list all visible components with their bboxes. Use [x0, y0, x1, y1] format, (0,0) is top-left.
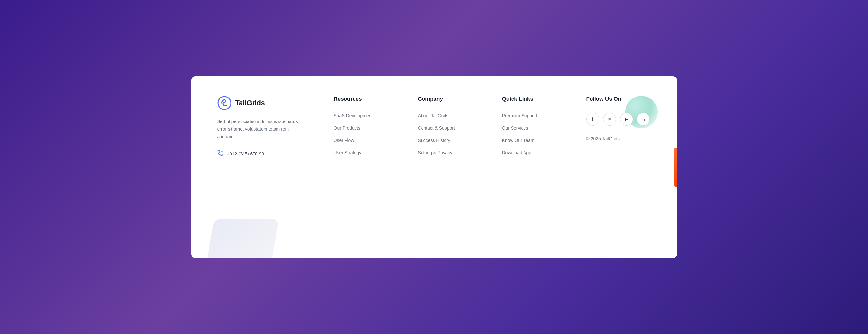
youtube-button[interactable]: ▶: [620, 113, 633, 126]
setting-privacy-link[interactable]: Setting & Privacy: [418, 150, 453, 155]
company-list: About TailGrids Contact & Support Succes…: [418, 113, 483, 155]
youtube-icon: ▶: [625, 117, 628, 121]
footer-card: TailGrids Sed ut perspiciatis undmnis is…: [191, 77, 677, 258]
resources-heading: Resources: [334, 96, 399, 102]
resources-column: Resources SaaS Development Our Products …: [334, 96, 399, 158]
success-history-link[interactable]: Success History: [418, 138, 451, 143]
list-item: User Strategy: [334, 150, 399, 155]
contact-support-link[interactable]: Contact & Support: [418, 125, 455, 130]
saas-dev-link[interactable]: SaaS Development: [334, 113, 373, 118]
list-item: SaaS Development: [334, 113, 399, 119]
phone-container: +012 (345) 678 99: [217, 150, 308, 158]
premium-support-link[interactable]: Premium Support: [502, 113, 537, 118]
logo-text: TailGrids: [236, 99, 265, 107]
company-heading: Company: [418, 96, 483, 102]
list-item: Our Services: [502, 125, 567, 131]
company-column: Company About TailGrids Contact & Suppor…: [418, 96, 483, 158]
brand-section: TailGrids Sed ut perspiciatis undmnis is…: [217, 96, 308, 158]
twitter-icon: ✕: [608, 117, 611, 121]
list-item: Our Products: [334, 125, 399, 131]
phone-icon: [217, 150, 224, 158]
linkedin-button[interactable]: in: [637, 113, 650, 126]
phone-number: +012 (345) 678 99: [227, 151, 264, 156]
copyright-text: © 2025 TailGrids: [586, 136, 651, 141]
download-app-link[interactable]: Download App: [502, 150, 531, 155]
brand-description: Sed ut perspiciatis undmnis is iste natu…: [217, 118, 308, 141]
links-grid: Resources SaaS Development Our Products …: [334, 96, 651, 158]
tailgrids-logo-icon: [217, 96, 231, 110]
decorative-shape-left: [207, 219, 279, 258]
decorative-bar-right: [674, 148, 677, 187]
list-item: About TailGrids: [418, 113, 483, 119]
list-item: Download App: [502, 150, 567, 155]
our-products-link[interactable]: Our Products: [334, 125, 360, 130]
quick-links-heading: Quick Links: [502, 96, 567, 102]
facebook-icon: f: [592, 116, 593, 122]
follow-column: Follow Us On f ✕ ▶ in: [586, 96, 651, 158]
list-item: User Flow: [334, 138, 399, 143]
follow-heading: Follow Us On: [586, 96, 651, 102]
list-item: Premium Support: [502, 113, 567, 119]
about-link[interactable]: About TailGrids: [418, 113, 449, 118]
quick-links-list: Premium Support Our Services Know Our Te…: [502, 113, 567, 155]
list-item: Setting & Privacy: [418, 150, 483, 155]
logo-container: TailGrids: [217, 96, 308, 110]
list-item: Success History: [418, 138, 483, 143]
user-flow-link[interactable]: User Flow: [334, 138, 354, 143]
our-services-link[interactable]: Our Services: [502, 125, 528, 130]
social-icons-container: f ✕ ▶ in: [586, 113, 651, 126]
page-wrapper: TailGrids Sed ut perspiciatis undmnis is…: [191, 77, 677, 258]
footer-content: TailGrids Sed ut perspiciatis undmnis is…: [217, 96, 651, 158]
svg-point-0: [218, 96, 231, 110]
list-item: Contact & Support: [418, 125, 483, 131]
quick-links-column: Quick Links Premium Support Our Services…: [502, 96, 567, 158]
linkedin-icon: in: [642, 117, 645, 121]
facebook-button[interactable]: f: [586, 113, 599, 126]
twitter-button[interactable]: ✕: [603, 113, 616, 126]
resources-list: SaaS Development Our Products User Flow …: [334, 113, 399, 155]
user-strategy-link[interactable]: User Strategy: [334, 150, 362, 155]
list-item: Know Our Team: [502, 138, 567, 143]
know-our-team-link[interactable]: Know Our Team: [502, 138, 534, 143]
